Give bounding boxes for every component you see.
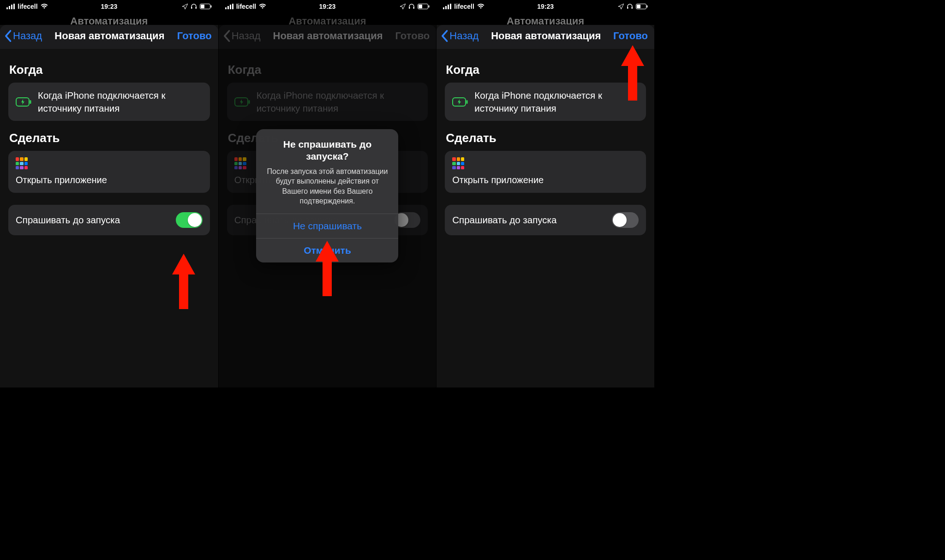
charging-battery-icon <box>452 97 468 107</box>
chevron-left-icon <box>4 30 12 42</box>
svg-rect-0 <box>6 7 8 9</box>
carrier-label: lifecell <box>236 3 257 10</box>
svg-rect-7 <box>201 5 204 8</box>
nav-bar: Назад Новая автоматизация Готово <box>0 25 218 49</box>
do-action-text: Открыть приложение <box>16 174 107 186</box>
section-when-title: Когда <box>9 63 210 77</box>
svg-rect-8 <box>210 6 211 8</box>
back-label: Назад <box>449 30 478 42</box>
svg-rect-30 <box>646 6 647 8</box>
phone-screen-3: lifecell 19:23 Автоматизация Назад Новая… <box>436 0 654 387</box>
alert-confirm-button[interactable]: Не спрашивать <box>256 214 398 238</box>
svg-rect-11 <box>225 7 227 9</box>
alert-cancel-button[interactable]: Отменить <box>256 238 398 262</box>
wifi-icon <box>41 4 48 9</box>
svg-rect-12 <box>227 6 229 9</box>
svg-rect-22 <box>443 7 444 9</box>
when-condition-card[interactable]: Когда iPhone подключается к источнику пи… <box>445 83 646 121</box>
svg-rect-3 <box>13 4 15 9</box>
signal-icon <box>443 4 451 9</box>
clock: 19:23 <box>101 3 117 10</box>
headphones-icon <box>191 4 197 9</box>
done-button[interactable]: Готово <box>177 30 212 42</box>
confirm-alert: Не спрашивать до запуска? После запуска … <box>256 129 398 262</box>
location-icon <box>182 4 188 9</box>
svg-rect-13 <box>230 5 231 9</box>
alert-message: После запуска этой автоматизации будут в… <box>264 167 390 206</box>
when-condition-text: Когда iPhone подключается к источнику пи… <box>38 89 203 114</box>
signal-icon <box>225 4 233 9</box>
back-button[interactable]: Назад <box>4 30 42 42</box>
status-bar: lifecell 19:23 <box>437 0 654 13</box>
location-icon <box>400 4 406 9</box>
svg-rect-16 <box>413 7 415 9</box>
section-do-title: Сделать <box>9 131 210 145</box>
ask-before-run-row: Спрашивать до запуска <box>8 205 210 235</box>
content-area: Когда Когда iPhone подключается к источн… <box>0 49 218 239</box>
ask-before-run-label: Спрашивать до запуска <box>16 214 120 226</box>
ask-before-run-label: Спрашивать до запуска <box>452 214 556 226</box>
svg-rect-19 <box>429 6 430 8</box>
svg-rect-1 <box>9 6 10 9</box>
do-action-card[interactable]: Открыть приложение <box>8 151 210 193</box>
section-do-title: Сделать <box>446 131 646 145</box>
app-grid-icon <box>16 157 28 169</box>
signal-icon <box>6 4 15 9</box>
nav-title: Новая автоматизация <box>54 30 164 42</box>
sheet-peek-title: Автоматизация <box>437 13 654 25</box>
phone-screen-2: lifecell 19:23 Автоматизация Назад Новая… <box>218 0 437 387</box>
status-bar: lifecell 19:23 <box>219 0 437 13</box>
svg-rect-29 <box>637 5 640 8</box>
location-icon <box>618 4 624 9</box>
clock: 19:23 <box>319 3 336 10</box>
content-area: Когда Когда iPhone подключается к источн… <box>437 49 654 239</box>
ask-before-run-switch[interactable] <box>176 212 203 228</box>
headphones-icon <box>627 4 633 9</box>
svg-rect-5 <box>195 7 197 9</box>
nav-title: Новая автоматизация <box>491 30 601 42</box>
do-action-text: Открыть приложение <box>452 174 544 186</box>
when-condition-text: Когда iPhone подключается к источнику пи… <box>474 89 639 114</box>
svg-rect-15 <box>409 7 410 9</box>
status-bar: lifecell 19:23 <box>0 0 218 13</box>
clock: 19:23 <box>537 3 554 10</box>
chevron-left-icon <box>440 30 449 42</box>
svg-rect-24 <box>448 5 449 9</box>
wifi-icon <box>477 4 484 9</box>
svg-rect-10 <box>30 100 31 104</box>
svg-rect-32 <box>467 100 468 104</box>
when-condition-card[interactable]: Когда iPhone подключается к источнику пи… <box>8 83 210 121</box>
battery-status-icon <box>636 4 648 9</box>
annotation-arrow <box>170 254 197 309</box>
wifi-icon <box>259 4 266 9</box>
carrier-label: lifecell <box>454 3 474 10</box>
back-button[interactable]: Назад <box>440 30 478 42</box>
ask-before-run-row: Спрашивать до запуска <box>445 205 646 235</box>
headphones-icon <box>408 4 415 9</box>
svg-rect-27 <box>631 7 633 9</box>
battery-status-icon <box>200 4 212 9</box>
back-label: Назад <box>13 30 42 42</box>
app-grid-icon <box>452 157 464 169</box>
svg-rect-2 <box>11 5 12 9</box>
charging-battery-icon <box>16 97 31 107</box>
carrier-label: lifecell <box>18 3 38 10</box>
sheet-peek-title: Автоматизация <box>0 13 218 25</box>
svg-rect-14 <box>232 4 233 9</box>
section-when-title: Когда <box>446 63 646 77</box>
ask-before-run-switch[interactable] <box>612 212 639 228</box>
svg-rect-18 <box>419 5 422 8</box>
svg-rect-26 <box>627 7 628 9</box>
phone-screen-1: lifecell 19:23 Автоматизация Назад Новая… <box>0 0 218 387</box>
svg-rect-23 <box>445 6 447 9</box>
nav-bar: Назад Новая автоматизация Готово <box>437 25 654 49</box>
do-action-card[interactable]: Открыть приложение <box>445 151 646 193</box>
done-button[interactable]: Готово <box>613 30 648 42</box>
svg-rect-4 <box>191 7 192 9</box>
alert-title: Не спрашивать до запуска? <box>264 138 390 163</box>
svg-rect-25 <box>450 4 451 9</box>
battery-status-icon <box>418 4 430 9</box>
